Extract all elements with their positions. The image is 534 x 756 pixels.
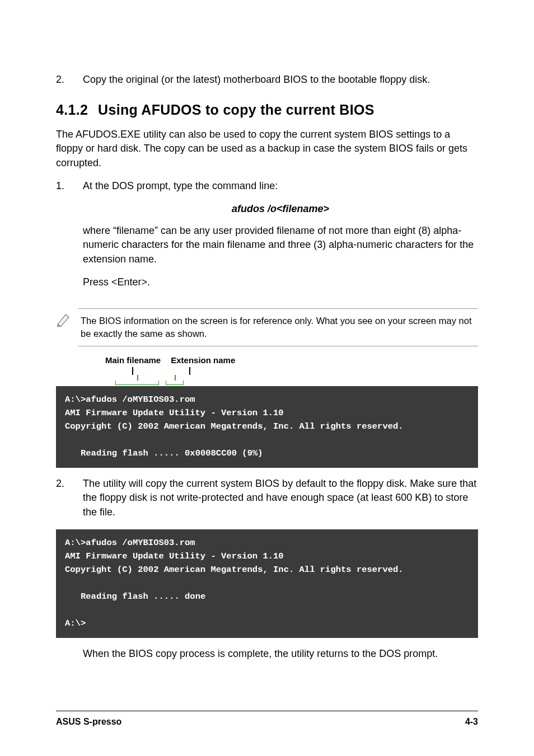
note-text: The BIOS information on the screen is fo…	[78, 308, 478, 346]
list-number-spacer	[56, 647, 83, 661]
pencil-icon	[56, 308, 78, 331]
section-heading: 4.1.2Using AFUDOS to copy the current BI…	[56, 100, 478, 120]
page-footer: ASUS S-presso 4-3	[56, 711, 478, 728]
terminal-line: Copyright (C) 2002 American Megatrends, …	[65, 565, 404, 575]
extension-name-label: Extension name	[171, 354, 235, 366]
intro-list-item: 2. Copy the original (or the latest) mot…	[56, 73, 478, 87]
terminal-line: A:\>afudos /oMYBIOS03.rom	[65, 538, 195, 548]
note-callout: The BIOS information on the screen is fo…	[56, 308, 478, 346]
terminal-line: AMI Firmware Update Utility - Version 1.…	[65, 551, 284, 561]
closing-paragraph-row: When the BIOS copy process is complete, …	[56, 647, 478, 661]
step-1: 1. At the DOS prompt, type the command l…	[56, 179, 478, 298]
command-line: afudos /o<filename>	[83, 202, 478, 216]
section-number: 4.1.2	[56, 102, 88, 118]
terminal-line: A:\>afudos /oMYBIOS03.rom	[65, 395, 195, 405]
main-filename-label: Main filename	[105, 354, 161, 366]
terminal-line: A:\>	[65, 618, 86, 628]
terminal-line: Copyright (C) 2002 American Megatrends, …	[65, 421, 404, 431]
step-2: 2. The utility will copy the current sys…	[56, 477, 478, 519]
list-number: 2.	[56, 477, 83, 519]
filename-labels: Main filename Extension name	[56, 354, 478, 366]
terminal-line: Reading flash ..... 0x0008CC00 (9%)	[65, 447, 263, 460]
section-intro-paragraph: The AFUDOS.EXE utility can also be used …	[56, 128, 478, 170]
list-number: 1.	[56, 179, 83, 298]
terminal-output-1: A:\>afudos /oMYBIOS03.rom AMI Firmware U…	[56, 386, 478, 468]
filename-diagram	[105, 367, 478, 386]
footer-right: 4-3	[465, 716, 478, 728]
list-number: 2.	[56, 73, 83, 87]
list-body: The utility will copy the current system…	[83, 477, 478, 519]
section-title: Using AFUDOS to copy the current BIOS	[98, 102, 374, 118]
footer-left: ASUS S-presso	[56, 716, 121, 728]
terminal-line: AMI Firmware Update Utility - Version 1.…	[65, 408, 284, 418]
closing-paragraph: When the BIOS copy process is complete, …	[83, 647, 478, 661]
step-description: where “filename” can be any user provide…	[83, 224, 478, 266]
list-body: At the DOS prompt, type the command line…	[83, 179, 478, 298]
terminal-output-2: A:\>afudos /oMYBIOS03.rom AMI Firmware U…	[56, 529, 478, 638]
step-lead: At the DOS prompt, type the command line…	[83, 179, 478, 193]
terminal-line: Reading flash ..... done	[65, 590, 205, 603]
press-enter: Press <Enter>.	[83, 275, 478, 289]
list-body: Copy the original (or the latest) mother…	[83, 73, 478, 87]
